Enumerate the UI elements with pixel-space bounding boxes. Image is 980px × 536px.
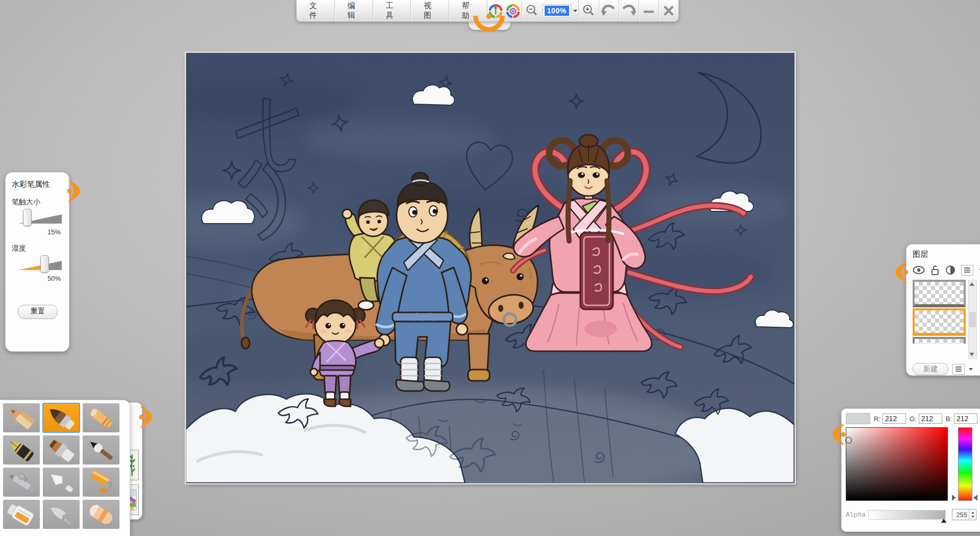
redo-button[interactable] (619, 0, 638, 21)
scroll-up-icon[interactable] (969, 282, 974, 286)
tool-paint-jar[interactable] (3, 500, 40, 529)
green-label: G: (910, 415, 917, 423)
zoom-out-button[interactable] (522, 0, 542, 21)
blue-field[interactable] (954, 413, 977, 424)
color-panel-handle-icon[interactable] (832, 423, 846, 446)
brush-panel-title: 水彩笔属性 (12, 180, 64, 189)
hue-marker-left-icon[interactable] (952, 495, 956, 501)
color-picker-panel: R: G: B: Alpha 255 (841, 408, 980, 532)
layer-row-1[interactable] (913, 280, 966, 307)
tool-palette-knife[interactable] (43, 468, 80, 497)
redo-icon (621, 3, 636, 18)
layer-list-menu-button[interactable] (952, 364, 965, 375)
layers-handle-icon[interactable] (895, 261, 909, 283)
layers-panel: 图层 新建 (906, 244, 980, 376)
tool-crayon[interactable] (83, 403, 119, 432)
layers-panel-title: 图层 (913, 250, 980, 259)
close-button[interactable] (659, 0, 678, 21)
sv-cursor[interactable] (845, 437, 852, 444)
painting-knife-icon (45, 502, 78, 527)
reset-button[interactable]: 重置 (18, 305, 58, 319)
alpha-spinner[interactable] (969, 509, 976, 520)
scrollbar-thumb[interactable] (969, 312, 976, 327)
wetness-handle[interactable] (40, 255, 49, 273)
eraser-icon (85, 502, 117, 527)
blue-label: B: (946, 415, 952, 423)
crayon-icon (85, 405, 117, 431)
tool-fountain-pen[interactable] (3, 435, 40, 465)
alpha-value: 255 (952, 511, 969, 519)
saturation-value-picker[interactable] (846, 427, 948, 501)
palette-handle-icon[interactable] (139, 406, 152, 428)
brush-size-slider[interactable] (12, 209, 64, 226)
wetness-slider[interactable] (12, 255, 64, 273)
menu-view[interactable]: 视图 (411, 0, 449, 21)
undo-icon (601, 3, 616, 18)
menu-file-label: 文件 (309, 1, 322, 20)
brush-size-handle[interactable] (23, 209, 32, 226)
undo-button[interactable] (599, 0, 618, 21)
alpha-slider[interactable] (868, 510, 946, 520)
tool-painting-knife[interactable] (43, 500, 80, 529)
zoom-level-dropdown[interactable] (572, 0, 579, 21)
canvas-artwork (186, 53, 794, 483)
layer-row-3-partial[interactable] (913, 337, 966, 344)
tool-calligraphy-brush[interactable] (83, 435, 119, 465)
green-field[interactable] (919, 413, 942, 424)
zoom-out-icon (525, 4, 538, 17)
minimize-icon (643, 5, 655, 17)
alpha-label: Alpha (846, 511, 868, 519)
tool-paint-roller[interactable] (83, 468, 119, 497)
brush-size-value: 15% (12, 228, 64, 236)
red-field[interactable] (883, 413, 906, 424)
menu-tools[interactable]: 工具 (373, 0, 410, 21)
tool-colored-pencil[interactable] (3, 403, 40, 432)
panel-handle-icon[interactable] (67, 180, 80, 202)
current-color-swatch[interactable] (846, 413, 870, 424)
colored-pencil-icon (5, 405, 38, 431)
minimize-button[interactable] (639, 0, 658, 21)
zoom-in-icon (582, 4, 595, 17)
brush-properties-panel: 水彩笔属性 笔触大小 15% 湿度 50% 重置 (5, 172, 69, 352)
mascot-right-eye-button[interactable] (505, 4, 521, 19)
close-icon (663, 5, 675, 17)
red-label: R: (874, 415, 880, 423)
airbrush-icon (5, 470, 38, 495)
layers-scrollbar[interactable] (968, 280, 977, 359)
alpha-marker-icon[interactable] (941, 519, 946, 523)
chevron-down-icon (573, 10, 577, 12)
menu-file[interactable]: 文件 (297, 0, 334, 21)
wetness-value: 50% (12, 275, 64, 282)
zoom-level-value: 100% (545, 6, 569, 16)
paint-jar-icon (5, 502, 38, 527)
ink-brush-icon (45, 405, 78, 431)
hue-slider[interactable] (958, 427, 972, 501)
layer-menu-button[interactable] (961, 265, 973, 276)
layer-visibility-icon[interactable] (913, 265, 925, 275)
tool-ink-brush[interactable] (43, 403, 80, 432)
new-layer-button[interactable]: 新建 (913, 363, 948, 375)
alpha-value-field[interactable]: 255 (952, 509, 976, 520)
layer-lock-icon[interactable] (930, 264, 940, 276)
tool-flat-brush[interactable] (43, 435, 80, 465)
hue-marker-right-icon[interactable] (973, 495, 977, 501)
menu-help-label: 帮助 (462, 1, 474, 20)
menu-edit[interactable]: 编辑 (335, 0, 373, 21)
palette-knife-icon (45, 470, 78, 495)
layer-list-dropdown-icon[interactable] (969, 368, 973, 371)
wetness-label: 湿度 (12, 244, 64, 253)
flat-brush-icon (45, 437, 78, 463)
fountain-pen-icon (5, 437, 38, 463)
layer-opacity-icon[interactable] (945, 265, 955, 275)
layer-row-2-selected[interactable] (913, 308, 966, 336)
menu-view-label: 视图 (424, 1, 436, 20)
tool-eraser[interactable] (83, 500, 119, 529)
zoom-level-field[interactable]: 100% (543, 4, 571, 17)
menu-tools-label: 工具 (385, 1, 398, 20)
menu-edit-label: 编辑 (348, 1, 360, 20)
drawing-canvas[interactable]: 七夕 (186, 53, 795, 483)
tool-airbrush[interactable] (3, 468, 40, 497)
calligraphy-brush-icon (85, 437, 117, 463)
zoom-in-button[interactable] (579, 0, 598, 21)
scroll-down-icon[interactable] (969, 353, 974, 356)
